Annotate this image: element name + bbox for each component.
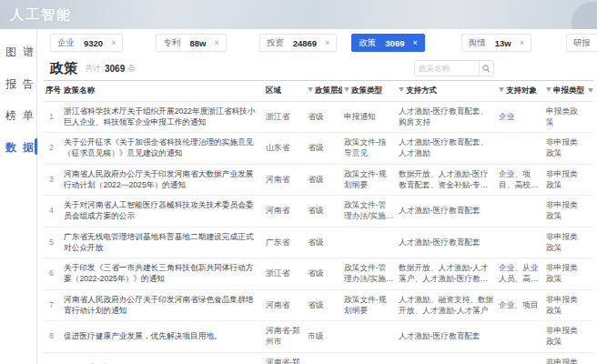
filter-funnel-icon[interactable]	[308, 87, 313, 92]
filter-chip[interactable]: 政策 3069 ×	[351, 34, 424, 52]
cell-level: 省级	[306, 258, 342, 289]
chip-remove-icon[interactable]: ×	[520, 38, 524, 47]
cell-level: 省级	[306, 102, 342, 133]
cell-policy-name[interactable]: 关于对河南省人工智能医疗器械科技攻关技术委员会委员会组成方案的公示	[62, 196, 264, 227]
cell-type: 政策文件-规划纲要	[342, 164, 397, 195]
cell-method: 人才激励-医疗教育配套、人才激励	[397, 133, 497, 164]
cell-policy-name[interactable]: 河南省人民政府办公厅关于印发河南省绿色食品集群培育行动计划的通知	[62, 289, 264, 320]
chip-count: 9320	[84, 38, 103, 48]
cell-type: 政策文件-指导意见	[342, 133, 397, 164]
column-header: 政策名称	[62, 81, 264, 102]
column-header: 支持方式	[397, 81, 497, 102]
cell-method: 数据开放、人才激励-人才落户、人才激励-医疗教育配套、人才激励	[397, 258, 497, 289]
sidebar-item-report[interactable]: 报告	[0, 68, 36, 100]
search-button[interactable]	[479, 61, 493, 76]
cell-seq: 7	[44, 289, 62, 320]
total-suffix-label: 条	[127, 63, 136, 75]
chip-remove-icon[interactable]: ×	[325, 38, 329, 47]
cell-more	[586, 164, 593, 195]
filter-funnel-icon[interactable]	[499, 87, 504, 92]
filter-chip[interactable]: 投资 24869 ×	[259, 34, 338, 52]
cell-level: 市级	[306, 321, 342, 352]
cell-policy-name[interactable]: 关于公开征求《关于加强全省科技伦理治理的实施意见（征求意见稿）》意见建议的通知	[62, 133, 264, 164]
filter-chip[interactable]: 企业 9320 ×	[50, 34, 123, 52]
total-prefix-label: 共计	[85, 63, 101, 75]
cell-more	[586, 289, 593, 320]
cell-seq: 4	[44, 196, 62, 227]
sidebar-item-label: 报告	[5, 77, 40, 90]
table-row[interactable]: 4 关于对河南省人工智能医疗器械科技攻关技术委员会委员会组成方案的公示 河南省 …	[44, 196, 593, 227]
chip-remove-icon[interactable]: ×	[111, 38, 116, 47]
cell-apply-type: 非申报类政策	[544, 352, 586, 364]
sidebar-item-label: 榜单	[5, 109, 40, 122]
cell-target	[497, 196, 544, 227]
filter-funnel-icon[interactable]	[546, 87, 551, 92]
table-row[interactable]: 2 关于公开征求《关于加强全省科技伦理治理的实施意见（征求意见稿）》意见建议的通…	[44, 133, 593, 164]
chip-count: 3069	[385, 38, 404, 48]
content-area: 企业 9320 × 专利 88w × 投资 24869 × 政策 3069 × …	[37, 29, 597, 364]
chip-label: 舆情	[469, 37, 486, 49]
cell-apply-type: 非申报类政策	[544, 133, 586, 164]
cell-policy-name[interactable]: 引进优质总部企业	[62, 352, 264, 364]
cell-type: 申报通知	[342, 102, 397, 133]
cell-policy-name[interactable]: 河南省人民政府办公厅关于印发河南省大数据产业发展行动计划（2022—2025年）…	[62, 164, 264, 195]
cell-target: 企业、项目、高校、园区、产…	[497, 164, 544, 195]
chip-remove-icon[interactable]: ×	[214, 38, 218, 47]
sidebar-item-data[interactable]: 数据	[0, 132, 36, 164]
column-header-label: 序号	[46, 86, 61, 95]
cell-policy-name[interactable]: 广东省无线电管理培训基地科普基地二期建设完成正式对公众开放	[62, 227, 264, 258]
column-header-label: 区域	[266, 86, 281, 95]
main-layout: 图谱 报告 榜单 数据 企业 9320 × 专利 88w × 投资 24869 …	[0, 29, 597, 364]
page-title: 人工智能	[10, 6, 72, 24]
column-header: 申报类型	[544, 81, 586, 102]
column-header	[586, 81, 593, 102]
chip-label: 企业	[57, 37, 75, 49]
filter-funnel-icon[interactable]	[344, 87, 349, 92]
table-body: 1 浙江省科学技术厅关于组织开展2022年度浙江省科技小巨人企业、科技领军企业申…	[44, 102, 593, 364]
table-row[interactable]: 1 浙江省科学技术厅关于组织开展2022年度浙江省科技小巨人企业、科技领军企业申…	[44, 102, 593, 133]
table-row[interactable]: 6 关于印发《三省一市共建长三角科技创新共同体行动方案（2022-2025年）》…	[44, 258, 593, 289]
table-row[interactable]: 5 广东省无线电管理培训基地科普基地二期建设完成正式对公众开放 广东省 省级 人…	[44, 227, 593, 258]
chip-label: 专利	[163, 37, 180, 49]
sidebar-item-graph[interactable]: 图谱	[0, 36, 36, 68]
cell-more	[586, 352, 593, 364]
section-title: 政策	[50, 60, 77, 77]
table-row[interactable]: 8 促进医疗健康产业发展，优先解决项目用地。 河南省-郑州市 市级 人才激励-医…	[44, 321, 593, 352]
cell-method: 人才激励-医疗教育配套	[397, 196, 497, 227]
filter-funnel-icon[interactable]	[399, 87, 404, 92]
sidebar-item-ranking[interactable]: 榜单	[0, 100, 36, 132]
cell-policy-name[interactable]: 浙江省科学技术厅关于组织开展2022年度浙江省科技小巨人企业、科技领军企业申报工…	[62, 102, 264, 133]
filter-chip[interactable]: 研报 179 ×	[566, 34, 597, 52]
column-header: 序号	[44, 81, 62, 102]
policy-search-input[interactable]	[415, 64, 479, 73]
search-icon	[482, 65, 491, 73]
chip-remove-icon[interactable]: ×	[412, 38, 417, 47]
cell-target	[497, 133, 544, 164]
cell-level: 省级	[306, 133, 342, 164]
cell-level: 省级	[306, 196, 342, 227]
cell-type	[342, 227, 397, 258]
cell-type: 政策文件-管理办法/实施方案	[342, 258, 397, 289]
filter-chip[interactable]: 舆情 13w ×	[461, 34, 531, 52]
table-row[interactable]: 7 河南省人民政府办公厅关于印发河南省绿色食品集群培育行动计划的通知 河南省 省…	[44, 289, 593, 320]
policy-table: 序号 政策名称 区域 政策层级 政策类型 支持方式 支持对象 申报类型 1 浙江…	[44, 80, 593, 364]
total-count: 3069	[105, 64, 125, 74]
page-banner: 人工智能	[0, 0, 597, 29]
filter-funnel-icon[interactable]	[588, 88, 593, 93]
cell-type	[342, 321, 397, 352]
cell-method: 数据开放、人才激励-医疗教育配套、资金补贴-专项资金、资金补贴、人才激励、…	[397, 164, 497, 195]
table-row[interactable]: 9 引进优质总部企业 河南省-郑州市 市级 非申报类政策	[44, 352, 593, 364]
filter-chip[interactable]: 专利 88w ×	[156, 34, 226, 52]
cell-type	[342, 352, 397, 364]
cell-target: 企业	[497, 102, 544, 133]
cell-policy-name[interactable]: 关于印发《三省一市共建长三角科技创新共同体行动方案（2022-2025年）》的通…	[62, 258, 264, 289]
table-row[interactable]: 3 河南省人民政府办公厅关于印发河南省大数据产业发展行动计划（2022—2025…	[44, 164, 593, 195]
cell-target	[497, 321, 544, 352]
cell-level: 省级	[306, 164, 342, 195]
cell-seq: 3	[44, 164, 62, 195]
cell-more	[586, 133, 593, 164]
table-header-row: 序号 政策名称 区域 政策层级 政策类型 支持方式 支持对象 申报类型	[44, 81, 593, 102]
cell-type: 政策文件-规划纲要	[342, 289, 397, 320]
cell-policy-name[interactable]: 促进医疗健康产业发展，优先解决项目用地。	[62, 321, 264, 352]
sidebar: 图谱 报告 榜单 数据	[0, 29, 37, 364]
